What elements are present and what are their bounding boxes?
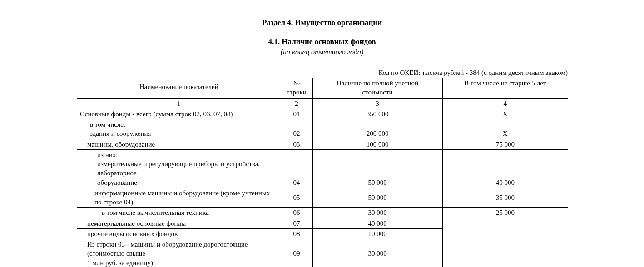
- colnum-2: 2: [281, 98, 312, 109]
- subtitle-italic: (на конец отчетного года): [0, 48, 644, 56]
- th-full-value: Наличие по полной учетной стоимости: [312, 78, 442, 99]
- th-row-no: № строки: [281, 78, 312, 99]
- subsection-title: 4.1. Наличие основных фондов: [0, 37, 644, 46]
- row-age: 40 000: [442, 149, 568, 188]
- table-row: в том числе: здания и сооружения 02 200 …: [77, 119, 568, 139]
- row-label: нематериальные основные фонды: [77, 218, 281, 228]
- row-num: 08: [281, 228, 312, 239]
- row-val: 200 000: [312, 119, 442, 139]
- table-row: Из строки 03 - машины и оборудование дор…: [77, 239, 568, 267]
- row-label: машины, оборудование: [77, 139, 281, 149]
- row-age: 35 000: [442, 188, 568, 208]
- row-label: информационные машины и оборудование (кр…: [77, 188, 281, 208]
- row-label: Из строки 03 - машины и оборудование дор…: [77, 239, 281, 267]
- table-row: информационные машины и оборудование (кр…: [77, 188, 568, 208]
- table-row: из них: измерительные и регулирующие при…: [77, 149, 568, 188]
- okei-note: Код по ОКЕИ: тысяча рублей - 384 (с одни…: [77, 69, 568, 77]
- row-num: 09: [281, 239, 312, 267]
- table-header-row: Наименование показателей № строки Наличи…: [77, 78, 568, 99]
- fixed-assets-table: Наименование показателей № строки Наличи…: [77, 78, 568, 267]
- th-name: Наименование показателей: [77, 78, 281, 99]
- row-val: 30 000: [312, 208, 442, 218]
- row-age: 25 000: [442, 208, 568, 218]
- row-val: 30 000: [312, 239, 442, 267]
- row-num: 02: [281, 119, 312, 139]
- row-val: 350 000: [312, 109, 442, 119]
- row-num: 05: [281, 188, 312, 208]
- row-val: 50 000: [312, 188, 442, 208]
- row-age: Х: [442, 119, 568, 139]
- table-row: нематериальные основные фонды 07 40 000: [77, 218, 568, 228]
- colnum-1: 1: [77, 98, 281, 109]
- row-num: 01: [281, 109, 312, 119]
- colnum-4: 4: [442, 98, 568, 109]
- row-label: в том числе вычислительная техника: [77, 208, 281, 218]
- section-title: Раздел 4. Имущество организации: [0, 18, 644, 27]
- row-age: 75 000: [442, 139, 568, 149]
- row-age: Х: [442, 109, 568, 119]
- row-val: 100 000: [312, 139, 442, 149]
- row-num: 03: [281, 139, 312, 149]
- row-num: 07: [281, 218, 312, 228]
- table-row: машины, оборудование 03 100 000 75 000: [77, 139, 568, 149]
- row-val: 50 000: [312, 149, 442, 188]
- row-num: 06: [281, 208, 312, 218]
- colnum-3: 3: [312, 98, 442, 109]
- row-val: 40 000: [312, 218, 442, 228]
- row-num: 04: [281, 149, 312, 188]
- row-label: из них: измерительные и регулирующие при…: [77, 149, 281, 188]
- row-val: 10 000: [312, 228, 442, 239]
- column-number-row: 1 2 3 4: [77, 98, 568, 109]
- table-row: Основные фонды - всего (сумма строк 02, …: [77, 109, 568, 119]
- table-row: в том числе вычислительная техника 06 30…: [77, 208, 568, 218]
- row-label: в том числе: здания и сооружения: [77, 119, 281, 139]
- table-row: прочие виды основных фондов 08 10 000: [77, 228, 568, 239]
- th-age5: В том числе не старше 5 лет: [442, 78, 568, 99]
- row-label: Основные фонды - всего (сумма строк 02, …: [77, 109, 281, 119]
- row-label: прочие виды основных фондов: [77, 228, 281, 239]
